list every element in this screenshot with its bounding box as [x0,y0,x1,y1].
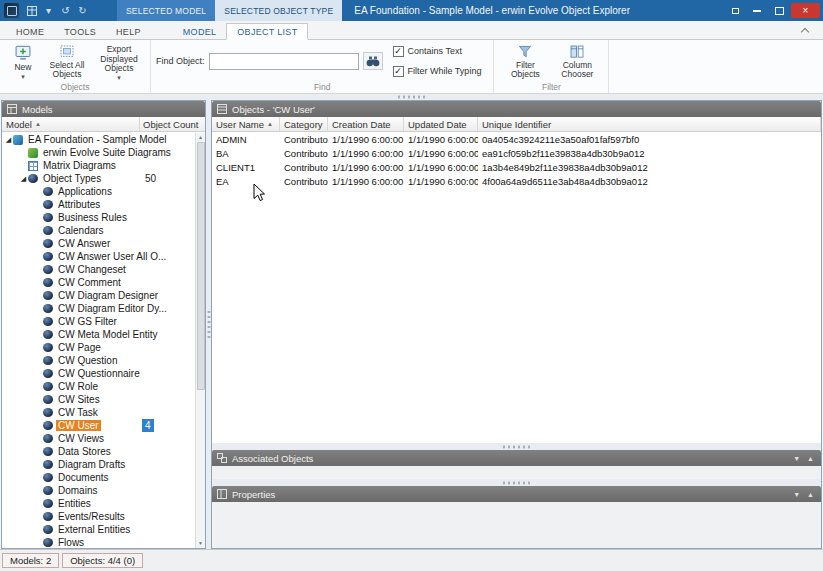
column-header-category[interactable]: Category [280,117,328,131]
tree-item-cw-diagram-designer[interactable]: CW Diagram Designer [2,289,205,302]
tree-item-cw-page[interactable]: CW Page [2,341,205,354]
tree-item-label: Attributes [56,199,102,210]
expand-panel-icon[interactable]: ▼ [793,455,800,462]
help-window-icon[interactable] [725,3,745,18]
column-label: Creation Date [332,119,391,130]
ribbon-tab-object-list[interactable]: OBJECT LIST [226,23,308,40]
column-header-updated-date[interactable]: Updated Date [404,117,478,131]
expander-icon[interactable]: ◢ [19,175,28,182]
expand-panel-icon[interactable]: ▼ [793,491,800,498]
app-logo-icon[interactable] [4,3,19,18]
ribbon-tab-model[interactable]: MODEL [173,24,227,39]
tree-item-attributes[interactable]: Attributes [2,198,205,211]
tree-item-label: CW Views [56,433,106,444]
tree-item-cw-question[interactable]: CW Question [2,354,205,367]
tree-item-erwin-evolve-suite-diagrams[interactable]: erwin Evolve Suite Diagrams [2,146,205,159]
minimize-button[interactable] [747,3,767,18]
find-button[interactable] [363,52,383,70]
tree-scrollbar[interactable]: ▲ ▼ [195,133,205,548]
tree-item-cw-meta-model-entity[interactable]: CW Meta Model Entity [2,328,205,341]
new-button[interactable]: New ▾ [5,42,41,82]
column-chooser-label: Column Chooser [554,61,600,80]
cell: 1/1/1990 6:00:00 AM [404,162,478,173]
associated-objects-splitter[interactable] [212,443,821,450]
context-tab-selected-model[interactable]: SELECTED MODEL [117,0,215,21]
table-row-admin[interactable]: ADMINContributor1/1/1990 6:00:00 AM1/1/1… [212,132,821,146]
filter-objects-button[interactable]: Filter Objects [499,42,551,82]
tree-item-label: CW Page [56,342,103,353]
tree-item-business-rules[interactable]: Business Rules [2,211,205,224]
tree-item-cw-user[interactable]: CW User4 [2,419,205,432]
context-tab-selected-object-type[interactable]: SELECTED OBJECT TYPE [215,0,342,21]
associated-objects-header: Associated Objects ▼ ▲ [212,450,821,466]
tree-item-external-entities[interactable]: External Entities [2,523,205,536]
tree-item-applications[interactable]: Applications [2,185,205,198]
tree-item-data-stores[interactable]: Data Stores [2,445,205,458]
redo-icon[interactable]: ↻ [74,0,91,21]
tree-item-cw-views[interactable]: CW Views [2,432,205,445]
column-header-model[interactable]: Model ▲ [2,117,140,131]
collapse-panel-icon[interactable]: ▲ [807,455,814,462]
tree-item-cw-answer[interactable]: CW Answer [2,237,205,250]
tree-item-matrix-diagrams[interactable]: Matrix Diagrams [2,159,205,172]
column-header-user-name[interactable]: User Name▲ [212,117,280,131]
qat-dropdown-icon[interactable]: ▾ [40,0,57,21]
table-row-ea[interactable]: EAContributor1/1/1990 6:00:00 AM1/1/1990… [212,174,821,188]
tree-item-cw-questionnaire[interactable]: CW Questionnaire [2,367,205,380]
scroll-up-icon[interactable]: ▲ [198,133,203,142]
tree-item-label: Entities [56,498,93,509]
tree-item-diagram-drafts[interactable]: Diagram Drafts [2,458,205,471]
tree-item-calendars[interactable]: Calendars [2,224,205,237]
find-object-input[interactable] [209,53,359,70]
column-chooser-button[interactable]: Column Chooser [551,42,603,82]
ribbon-tab-help[interactable]: HELP [106,24,151,39]
export-displayed-objects-button[interactable]: Export Displayed Objects ▾ [93,42,145,82]
tree-item-cw-diagram-editor-dy[interactable]: CW Diagram Editor Dy... [2,302,205,315]
tree-item-cw-task[interactable]: CW Task [2,406,205,419]
tree-indent [2,542,34,543]
tree-item-label: Calendars [56,225,106,236]
undo-icon[interactable]: ↺ [57,0,74,21]
table-row-client1[interactable]: CLIENT1Contributor1/1/1990 6:00:00 AM1/1… [212,160,821,174]
tree-item-documents[interactable]: Documents [2,471,205,484]
tree-item-cw-role[interactable]: CW Role [2,380,205,393]
column-header-unique-identifier[interactable]: Unique Identifier [478,117,821,131]
tree-item-cw-answer-user-all-o[interactable]: CW Answer User All O... [2,250,205,263]
ribbon-tab-home[interactable]: HOME [6,24,54,39]
tree-item-cw-gs-filter[interactable]: CW GS Filter [2,315,205,328]
tree-item-events-results[interactable]: Events/Results [2,510,205,523]
quick-access-grid-icon[interactable] [23,0,40,21]
scroll-down-icon[interactable]: ▼ [198,539,203,548]
sphere-icon [43,304,53,313]
column-header-object-count[interactable]: Object Count [140,117,205,131]
collapse-ribbon-icon[interactable] [801,27,809,35]
maximize-button[interactable] [769,3,789,18]
scrollbar-thumb[interactable] [197,142,205,390]
tree-item-cw-changeset[interactable]: CW Changeset [2,263,205,276]
table-row-ba[interactable]: BAContributor1/1/1990 6:00:00 AM1/1/1990… [212,146,821,160]
filter-while-typing-checkbox[interactable]: ✓ Filter While Typing [393,66,482,77]
tree-item-object-types[interactable]: ◢Object Types50 [2,172,205,185]
tree-item-cw-comment[interactable]: CW Comment [2,276,205,289]
collapse-panel-icon[interactable]: ▲ [807,491,814,498]
evolve-icon [28,148,38,158]
tree-item-label: Applications [56,186,114,197]
tree-indent [2,438,34,439]
associated-objects-controls: ▼ ▲ [793,455,816,462]
column-header-creation-date[interactable]: Creation Date [328,117,404,131]
properties-splitter[interactable] [212,479,821,486]
ribbon-tab-tools[interactable]: TOOLS [54,24,106,39]
panel-splitter[interactable] [206,100,211,549]
expander-icon[interactable]: ◢ [4,136,13,143]
contains-text-checkbox[interactable]: ✓ Contains Text [393,46,482,57]
tree-item-domains[interactable]: Domains [2,484,205,497]
tree-item-flows[interactable]: Flows [2,536,205,548]
sphere-icon [43,213,53,222]
tree-item-entities[interactable]: Entities [2,497,205,510]
select-all-objects-button[interactable]: Select All Objects [41,42,93,82]
close-button[interactable]: × [791,3,820,18]
tree-item-ea-foundation-sample-model[interactable]: ◢EA Foundation - Sample Model [2,133,205,146]
group-label-objects: Objects [0,82,150,92]
tree-item-cw-sites[interactable]: CW Sites [2,393,205,406]
tree-item-label: Domains [56,485,99,496]
